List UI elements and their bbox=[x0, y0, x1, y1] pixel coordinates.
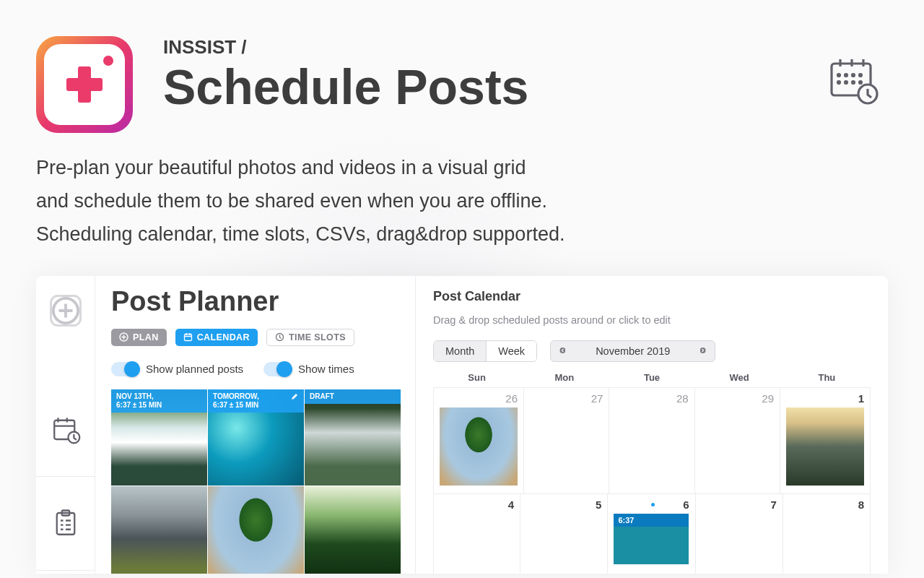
day-number: 7 bbox=[702, 499, 777, 511]
day-number: 28 bbox=[615, 392, 688, 405]
planner-tile[interactable]: DRAFT bbox=[305, 389, 401, 486]
svg-point-2 bbox=[853, 74, 855, 77]
calendar-cell[interactable]: 1 bbox=[780, 388, 871, 493]
tile-schedule-label: NOV 13TH,6:37 ± 15 MIN bbox=[111, 389, 207, 413]
calendar-icon bbox=[183, 332, 193, 342]
planner-tile[interactable] bbox=[111, 486, 207, 574]
sidebar-item-tasks[interactable] bbox=[36, 477, 95, 571]
planner-tile[interactable]: TOMORROW,6:37 ± 15 MIN bbox=[208, 389, 304, 486]
scheduled-event-time[interactable]: 6:37 bbox=[614, 514, 689, 527]
chevron-left-icon bbox=[559, 347, 565, 354]
svg-point-1 bbox=[845, 74, 847, 77]
calendar-cell[interactable]: 8 bbox=[783, 494, 871, 574]
toggle-times-label: Show times bbox=[298, 363, 354, 375]
calendar-subtitle: Drag & drop scheduled posts around or cl… bbox=[433, 314, 871, 326]
calendar-cell[interactable]: 28 bbox=[609, 388, 694, 493]
view-month-button[interactable]: Month bbox=[434, 341, 486, 361]
sidebar-item-schedule[interactable] bbox=[36, 383, 95, 477]
chevron-right-icon bbox=[700, 347, 706, 354]
day-number: 29 bbox=[701, 392, 774, 405]
clipboard-icon bbox=[51, 508, 81, 538]
month-label: November 2019 bbox=[574, 341, 692, 361]
page-header: INSSIST / Schedule Posts bbox=[36, 36, 888, 133]
next-month-button[interactable] bbox=[692, 342, 715, 361]
view-week-button[interactable]: Week bbox=[486, 341, 536, 361]
app-window: Post Planner PLAN CALENDAR TIME SLOTS bbox=[36, 276, 888, 574]
day-number: 27 bbox=[530, 392, 603, 405]
sidebar-item-newpost[interactable] bbox=[36, 289, 95, 332]
page-title: Schedule Posts bbox=[163, 61, 528, 113]
calendar-cell[interactable]: 27 bbox=[524, 388, 609, 493]
app-logo bbox=[36, 36, 133, 133]
svg-point-6 bbox=[853, 82, 855, 84]
plus-circle-icon bbox=[119, 332, 128, 342]
toggle-planned-posts[interactable] bbox=[111, 362, 139, 376]
day-number: 26 bbox=[440, 392, 518, 405]
planner-tile[interactable]: NOV 13TH,6:37 ± 15 MIN bbox=[111, 389, 207, 486]
tile-schedule-label: TOMORROW,6:37 ± 15 MIN bbox=[208, 389, 304, 413]
svg-point-3 bbox=[860, 74, 862, 77]
pencil-icon bbox=[290, 392, 299, 401]
calendar-cell[interactable]: 26 bbox=[433, 388, 524, 493]
sidebar bbox=[36, 276, 95, 574]
calendar-cell[interactable]: 5 bbox=[520, 494, 608, 574]
calendar-title: Post Calendar bbox=[433, 289, 871, 304]
day-number: 1 bbox=[786, 392, 864, 405]
svg-point-5 bbox=[845, 82, 847, 84]
toggle-show-times[interactable] bbox=[263, 362, 291, 376]
calendar-cell[interactable]: 7 bbox=[696, 494, 783, 574]
intro-text: Pre-plan your beautiful photos and video… bbox=[36, 152, 888, 251]
post-calendar-panel: Post Calendar Drag & drop scheduled post… bbox=[416, 276, 888, 574]
svg-point-4 bbox=[838, 82, 840, 84]
month-navigator: November 2019 bbox=[550, 340, 715, 362]
calendar-cell[interactable]: 4 bbox=[433, 494, 520, 574]
toggle-planned-label: Show planned posts bbox=[146, 363, 243, 375]
planner-grid: NOV 13TH,6:37 ± 15 MIN TOMORROW,6:37 ± 1… bbox=[111, 389, 415, 574]
planner-title: Post Planner bbox=[111, 286, 415, 317]
calendar-cell[interactable]: 6 6:37 bbox=[608, 494, 695, 574]
tile-draft-label: DRAFT bbox=[305, 389, 401, 404]
breadcrumb: INSSIST / bbox=[163, 36, 528, 59]
planner-tile[interactable] bbox=[208, 486, 304, 574]
clock-icon bbox=[275, 332, 284, 342]
planner-tile[interactable] bbox=[305, 486, 401, 574]
chip-plan[interactable]: PLAN bbox=[111, 329, 167, 346]
calendar-cell[interactable]: 29 bbox=[695, 388, 780, 493]
svg-point-0 bbox=[838, 74, 840, 77]
scheduled-post-thumb[interactable] bbox=[614, 527, 689, 564]
post-planner-panel: Post Planner PLAN CALENDAR TIME SLOTS bbox=[95, 276, 416, 574]
calendar-clock-icon bbox=[51, 414, 81, 444]
svg-point-7 bbox=[860, 82, 862, 84]
calendar-clock-icon bbox=[827, 53, 879, 105]
calendar-weekday-header: Sun Mon Tue Wed Thu bbox=[433, 372, 871, 387]
chip-calendar[interactable]: CALENDAR bbox=[175, 329, 258, 346]
view-segmented: Month Week bbox=[433, 340, 537, 362]
plus-tile-icon bbox=[50, 295, 82, 327]
day-number: 8 bbox=[789, 499, 864, 511]
day-number: 5 bbox=[526, 499, 601, 511]
svg-rect-15 bbox=[184, 335, 191, 341]
scheduled-post-thumb[interactable] bbox=[440, 407, 518, 486]
day-number: 4 bbox=[440, 499, 514, 511]
chip-timeslots[interactable]: TIME SLOTS bbox=[266, 329, 354, 346]
prev-month-button[interactable] bbox=[551, 342, 574, 361]
scheduled-post-thumb[interactable] bbox=[786, 407, 864, 486]
